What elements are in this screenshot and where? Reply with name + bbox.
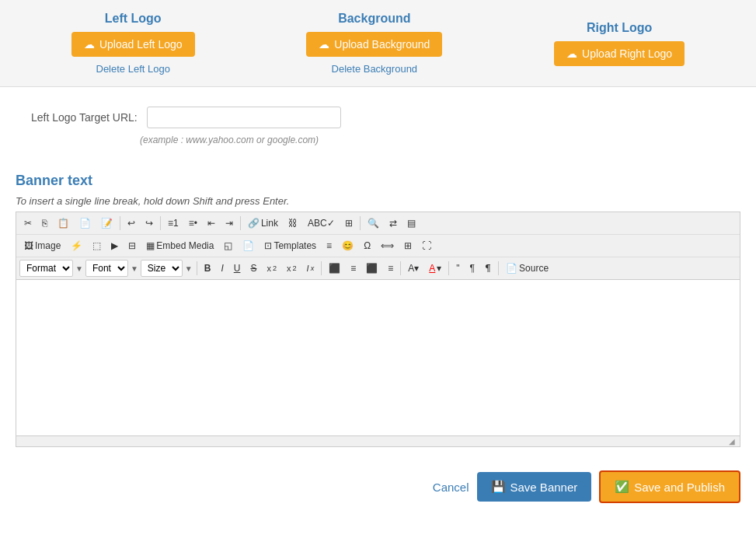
unordered-list-button[interactable]: ≡• xyxy=(184,215,202,232)
iframe-button[interactable]: ⬚ xyxy=(88,237,106,254)
document-button[interactable]: 📄 xyxy=(238,237,259,254)
cloud-upload-icon: ☁ xyxy=(84,38,95,51)
footer-buttons: Cancel 💾 Save Banner ✅ Save and Publish xyxy=(0,459,756,515)
para-button[interactable]: ¶̈ xyxy=(480,260,496,277)
left-logo-title: Left Logo xyxy=(105,12,162,26)
editor-toolbar: ✂ ⎘ 📋 📄 📝 ↩ ↪ ≡1 ≡• ⇤ ⇥ 🔗 Link ⛓ AB xyxy=(16,212,740,280)
right-logo-title: Right Logo xyxy=(587,21,652,35)
ordered-list-button[interactable]: ≡1 xyxy=(163,215,183,232)
templates-icon: ⊡ xyxy=(264,240,272,251)
link-icon: 🔗 xyxy=(248,218,260,229)
replace-button[interactable]: ⇄ xyxy=(385,215,402,232)
font-color-button[interactable]: A▾ xyxy=(403,260,423,277)
banner-title: Banner text xyxy=(16,173,740,189)
image-button[interactable]: 🖼 Image xyxy=(19,237,65,254)
sep9 xyxy=(498,261,499,275)
copy-format-button[interactable]: ⊞ xyxy=(399,237,416,254)
emoji-button[interactable]: 😊 xyxy=(337,237,358,254)
background-title: Background xyxy=(338,12,410,26)
url-row: Left Logo Target URL: xyxy=(31,107,725,128)
superscript-button[interactable]: x2 xyxy=(282,261,301,276)
save-publish-button[interactable]: ✅ Save and Publish xyxy=(599,470,740,503)
upload-background-button[interactable]: ☁ Upload Background xyxy=(306,32,442,57)
embed-icon: ▦ xyxy=(146,240,155,251)
copy-button[interactable]: ⎘ xyxy=(37,215,52,232)
embed-media-button[interactable]: ▦ Embed Media xyxy=(141,237,218,254)
cut-button[interactable]: ✂ xyxy=(19,215,37,232)
align-justify-button[interactable]: ≡ xyxy=(322,237,336,254)
align-full-button[interactable]: ≡ xyxy=(383,260,398,277)
align-left-button[interactable]: ⬛ xyxy=(324,260,345,277)
flash-button[interactable]: ⚡ xyxy=(66,237,87,254)
font-select[interactable]: Font xyxy=(85,260,128,277)
special-char-button[interactable]: Ω xyxy=(359,237,375,254)
source-button[interactable]: 📄 Source xyxy=(501,260,553,277)
bold-button[interactable]: B xyxy=(200,260,216,277)
url-section: Left Logo Target URL: (example : www.yah… xyxy=(0,87,756,165)
format-arrow: ▼ xyxy=(75,264,83,273)
media-button[interactable]: ▶ xyxy=(106,237,123,254)
table-button[interactable]: ⊞ xyxy=(340,215,357,232)
pagebreak-button[interactable]: ⊟ xyxy=(124,237,141,254)
link-button[interactable]: 🔗 Link xyxy=(243,215,283,232)
editor-hint: To insert a single line break, hold down… xyxy=(16,195,740,207)
widget-button[interactable]: ◱ xyxy=(219,237,237,254)
save-banner-button[interactable]: 💾 Save Banner xyxy=(477,472,592,502)
redo-button[interactable]: ↪ xyxy=(141,215,158,232)
underline-button[interactable]: U xyxy=(229,260,246,277)
indent-button[interactable]: ⇥ xyxy=(221,215,238,232)
align-center-button[interactable]: ≡ xyxy=(346,260,361,277)
delete-left-logo-button[interactable]: Delete Left Logo xyxy=(96,63,170,75)
bidi-button[interactable]: ⟺ xyxy=(376,237,399,254)
fullscreen-button[interactable]: ⛶ xyxy=(417,237,436,254)
save-icon: 💾 xyxy=(491,480,506,494)
upload-right-logo-button[interactable]: ☁ Upload Right Logo xyxy=(554,41,685,66)
show-blocks-button[interactable]: ▤ xyxy=(402,215,420,232)
italic-button[interactable]: I xyxy=(216,260,228,277)
sep1 xyxy=(120,216,120,230)
sep2 xyxy=(160,216,161,230)
sep8 xyxy=(448,261,449,275)
sep3 xyxy=(240,216,241,230)
top-logos-section: Left Logo ☁ Upload Left Logo Delete Left… xyxy=(0,0,756,87)
size-arrow: ▼ xyxy=(185,264,193,273)
banner-section: Banner text To insert a single line brea… xyxy=(0,165,756,459)
paste-text-button[interactable]: 📄 xyxy=(75,215,96,232)
upload-left-logo-button[interactable]: ☁ Upload Left Logo xyxy=(71,32,195,57)
strikethrough-button[interactable]: S xyxy=(246,260,261,277)
sep5 xyxy=(197,261,197,275)
resize-handle-icon: ◢ xyxy=(729,437,738,446)
paste-word-button[interactable]: 📝 xyxy=(96,215,117,232)
editor-container: ✂ ⎘ 📋 📄 📝 ↩ ↪ ≡1 ≡• ⇤ ⇥ 🔗 Link ⛓ AB xyxy=(16,212,740,447)
toolbar-row-2: 🖼 Image ⚡ ⬚ ▶ ⊟ ▦ Embed Media ◱ 📄 ⊡ Temp… xyxy=(16,235,740,257)
italic2-button[interactable]: Ix xyxy=(302,261,319,276)
subscript-button[interactable]: x2 xyxy=(262,261,281,276)
right-logo-block: Right Logo ☁ Upload Right Logo xyxy=(554,21,685,66)
spellcheck-button[interactable]: ABC✓ xyxy=(303,215,340,232)
div-button[interactable]: ¶ xyxy=(465,260,479,277)
delete-background-button[interactable]: Delete Background xyxy=(332,63,418,75)
outdent-button[interactable]: ⇤ xyxy=(203,215,220,232)
format-select[interactable]: Format xyxy=(19,260,73,277)
cancel-button[interactable]: Cancel xyxy=(433,481,469,494)
sep4 xyxy=(360,216,361,230)
editor-body[interactable] xyxy=(16,280,740,435)
blockquote-button[interactable]: " xyxy=(451,260,464,277)
unlink-button[interactable]: ⛓ xyxy=(284,215,302,232)
image-icon: 🖼 xyxy=(24,240,33,251)
bg-color-button[interactable]: A▾ xyxy=(424,260,446,277)
templates-button[interactable]: ⊡ Templates xyxy=(260,237,321,254)
paste-button[interactable]: 📋 xyxy=(53,215,74,232)
left-logo-block: Left Logo ☁ Upload Left Logo Delete Left… xyxy=(71,12,195,75)
align-right-button[interactable]: ⬛ xyxy=(361,260,382,277)
toolbar-row-1: ✂ ⎘ 📋 📄 📝 ↩ ↪ ≡1 ≡• ⇤ ⇥ 🔗 Link ⛓ AB xyxy=(16,212,740,235)
url-input[interactable] xyxy=(147,107,341,128)
size-select[interactable]: Size xyxy=(141,260,183,277)
background-block: Background ☁ Upload Background Delete Ba… xyxy=(306,12,442,75)
editor-resize-bar: ◢ xyxy=(16,435,740,446)
cloud-upload-icon-bg: ☁ xyxy=(319,38,329,51)
find-button[interactable]: 🔍 xyxy=(363,215,384,232)
sep6 xyxy=(321,261,322,275)
source-icon: 📄 xyxy=(506,263,517,274)
undo-button[interactable]: ↩ xyxy=(123,215,140,232)
